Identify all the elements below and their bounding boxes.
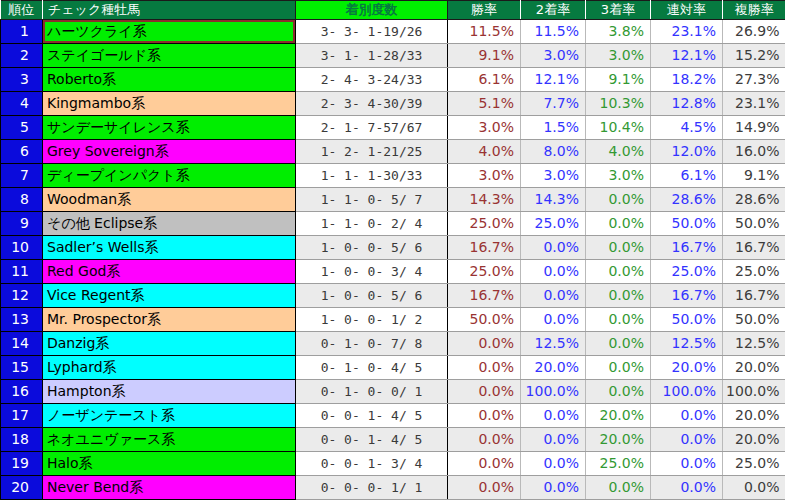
rentai-rate-cell[interactable]: 16.7% bbox=[651, 284, 723, 308]
finish-record-cell[interactable]: 0- 0- 1- 3/ 4 bbox=[296, 452, 448, 476]
third-rate-cell[interactable]: 0.0% bbox=[586, 212, 651, 236]
second-rate-cell[interactable]: 3.0% bbox=[521, 44, 586, 68]
win-rate-cell[interactable]: 0.0% bbox=[448, 428, 521, 452]
win-rate-cell[interactable]: 3.0% bbox=[448, 116, 521, 140]
rentai-rate-cell[interactable]: 50.0% bbox=[651, 212, 723, 236]
rank-cell[interactable]: 14 bbox=[1, 332, 43, 356]
finish-record-cell[interactable]: 0- 0- 1- 4/ 5 bbox=[296, 428, 448, 452]
rentai-rate-cell[interactable]: 100.0% bbox=[651, 380, 723, 404]
win-rate-cell[interactable]: 11.5% bbox=[448, 20, 521, 44]
rentai-rate-cell[interactable]: 6.1% bbox=[651, 164, 723, 188]
win-rate-cell[interactable]: 3.0% bbox=[448, 164, 521, 188]
finish-record-cell[interactable]: 0- 0- 1- 4/ 5 bbox=[296, 404, 448, 428]
fukusho-rate-cell[interactable]: 16.7% bbox=[723, 284, 785, 308]
win-rate-cell[interactable]: 16.7% bbox=[448, 284, 521, 308]
sire-name-cell[interactable]: Roberto系 bbox=[43, 68, 296, 92]
win-rate-cell[interactable]: 16.7% bbox=[448, 236, 521, 260]
fukusho-rate-cell[interactable]: 0.0% bbox=[723, 476, 785, 500]
third-rate-cell[interactable]: 0.0% bbox=[586, 236, 651, 260]
third-rate-cell[interactable]: 9.1% bbox=[586, 68, 651, 92]
rank-cell[interactable]: 4 bbox=[1, 92, 43, 116]
sire-name-cell[interactable]: Hampton系 bbox=[43, 380, 296, 404]
header-third-rate[interactable]: 3着率 bbox=[586, 1, 651, 20]
rank-cell[interactable]: 18 bbox=[1, 428, 43, 452]
fukusho-rate-cell[interactable]: 12.5% bbox=[723, 332, 785, 356]
rank-cell[interactable]: 13 bbox=[1, 308, 43, 332]
rank-cell[interactable]: 5 bbox=[1, 116, 43, 140]
rank-cell[interactable]: 3 bbox=[1, 68, 43, 92]
second-rate-cell[interactable]: 0.0% bbox=[521, 308, 586, 332]
third-rate-cell[interactable]: 10.3% bbox=[586, 92, 651, 116]
finish-record-cell[interactable]: 1- 1- 1-30/33 bbox=[296, 164, 448, 188]
win-rate-cell[interactable]: 25.0% bbox=[448, 212, 521, 236]
rank-cell[interactable]: 16 bbox=[1, 380, 43, 404]
second-rate-cell[interactable]: 0.0% bbox=[521, 428, 586, 452]
second-rate-cell[interactable]: 12.5% bbox=[521, 332, 586, 356]
second-rate-cell[interactable]: 25.0% bbox=[521, 212, 586, 236]
fukusho-rate-cell[interactable]: 27.3% bbox=[723, 68, 785, 92]
second-rate-cell[interactable]: 11.5% bbox=[521, 20, 586, 44]
third-rate-cell[interactable]: 0.0% bbox=[586, 260, 651, 284]
rank-cell[interactable]: 9 bbox=[1, 212, 43, 236]
sire-name-cell[interactable]: ハーツクライ系 bbox=[43, 20, 296, 44]
second-rate-cell[interactable]: 0.0% bbox=[521, 452, 586, 476]
header-rentai-rate[interactable]: 連対率 bbox=[651, 1, 723, 20]
rentai-rate-cell[interactable]: 0.0% bbox=[651, 476, 723, 500]
third-rate-cell[interactable]: 10.4% bbox=[586, 116, 651, 140]
sire-name-cell[interactable]: ステイゴールド系 bbox=[43, 44, 296, 68]
fukusho-rate-cell[interactable]: 23.1% bbox=[723, 92, 785, 116]
header-second-rate[interactable]: 2着率 bbox=[521, 1, 586, 20]
fukusho-rate-cell[interactable]: 16.7% bbox=[723, 236, 785, 260]
header-finish-record[interactable]: 着別度数 bbox=[296, 1, 448, 20]
second-rate-cell[interactable]: 3.0% bbox=[521, 164, 586, 188]
second-rate-cell[interactable]: 14.3% bbox=[521, 188, 586, 212]
rentai-rate-cell[interactable]: 12.1% bbox=[651, 44, 723, 68]
rank-cell[interactable]: 10 bbox=[1, 236, 43, 260]
sire-name-cell[interactable]: ネオユニヴァース系 bbox=[43, 428, 296, 452]
sire-name-cell[interactable]: その他 Eclipse系 bbox=[43, 212, 296, 236]
sire-name-cell[interactable]: Halo系 bbox=[43, 452, 296, 476]
second-rate-cell[interactable]: 0.0% bbox=[521, 236, 586, 260]
finish-record-cell[interactable]: 0- 1- 0- 4/ 5 bbox=[296, 356, 448, 380]
sire-name-cell[interactable]: Grey Sovereign系 bbox=[43, 140, 296, 164]
finish-record-cell[interactable]: 1- 1- 0- 2/ 4 bbox=[296, 212, 448, 236]
third-rate-cell[interactable]: 3.0% bbox=[586, 44, 651, 68]
win-rate-cell[interactable]: 0.0% bbox=[448, 404, 521, 428]
sire-name-cell[interactable]: Vice Regent系 bbox=[43, 284, 296, 308]
sire-name-cell[interactable]: Sadler’s Wells系 bbox=[43, 236, 296, 260]
rentai-rate-cell[interactable]: 4.5% bbox=[651, 116, 723, 140]
third-rate-cell[interactable]: 3.8% bbox=[586, 20, 651, 44]
rentai-rate-cell[interactable]: 18.2% bbox=[651, 68, 723, 92]
finish-record-cell[interactable]: 1- 0- 0- 5/ 6 bbox=[296, 236, 448, 260]
win-rate-cell[interactable]: 4.0% bbox=[448, 140, 521, 164]
third-rate-cell[interactable]: 3.0% bbox=[586, 164, 651, 188]
sire-name-cell[interactable]: サンデーサイレンス系 bbox=[43, 116, 296, 140]
rentai-rate-cell[interactable]: 28.6% bbox=[651, 188, 723, 212]
win-rate-cell[interactable]: 0.0% bbox=[448, 452, 521, 476]
fukusho-rate-cell[interactable]: 9.1% bbox=[723, 164, 785, 188]
second-rate-cell[interactable]: 1.5% bbox=[521, 116, 586, 140]
second-rate-cell[interactable]: 0.0% bbox=[521, 284, 586, 308]
finish-record-cell[interactable]: 2- 3- 4-30/39 bbox=[296, 92, 448, 116]
header-win-rate[interactable]: 勝率 bbox=[448, 1, 521, 20]
fukusho-rate-cell[interactable]: 15.2% bbox=[723, 44, 785, 68]
second-rate-cell[interactable]: 7.7% bbox=[521, 92, 586, 116]
finish-record-cell[interactable]: 0- 0- 0- 1/ 1 bbox=[296, 476, 448, 500]
finish-record-cell[interactable]: 2- 1- 7-57/67 bbox=[296, 116, 448, 140]
rank-cell[interactable]: 20 bbox=[1, 476, 43, 500]
sire-name-cell[interactable]: Woodman系 bbox=[43, 188, 296, 212]
rank-cell[interactable]: 15 bbox=[1, 356, 43, 380]
finish-record-cell[interactable]: 0- 1- 0- 0/ 1 bbox=[296, 380, 448, 404]
third-rate-cell[interactable]: 0.0% bbox=[586, 284, 651, 308]
third-rate-cell[interactable]: 0.0% bbox=[586, 380, 651, 404]
win-rate-cell[interactable]: 6.1% bbox=[448, 68, 521, 92]
rentai-rate-cell[interactable]: 23.1% bbox=[651, 20, 723, 44]
third-rate-cell[interactable]: 25.0% bbox=[586, 452, 651, 476]
fukusho-rate-cell[interactable]: 14.9% bbox=[723, 116, 785, 140]
rentai-rate-cell[interactable]: 0.0% bbox=[651, 404, 723, 428]
rank-cell[interactable]: 17 bbox=[1, 404, 43, 428]
fukusho-rate-cell[interactable]: 50.0% bbox=[723, 212, 785, 236]
rank-cell[interactable]: 8 bbox=[1, 188, 43, 212]
fukusho-rate-cell[interactable]: 50.0% bbox=[723, 308, 785, 332]
fukusho-rate-cell[interactable]: 26.9% bbox=[723, 20, 785, 44]
